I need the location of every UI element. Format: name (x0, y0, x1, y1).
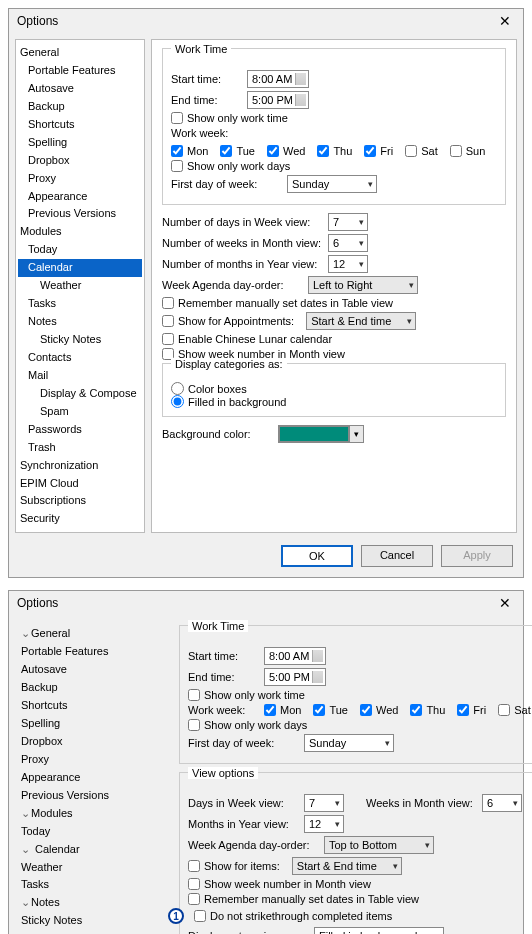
tree-autosave[interactable]: Autosave (18, 80, 142, 98)
first-day-select[interactable]: Sunday (304, 734, 394, 752)
weeks-month-label: Weeks in Month view: (366, 797, 476, 809)
tree-portable[interactable]: Portable Features (17, 643, 163, 661)
day-mon[interactable]: Mon (264, 704, 301, 716)
tree-today[interactable]: Today (17, 823, 163, 841)
tree-calendar[interactable]: Calendar (18, 259, 142, 277)
nav-tree[interactable]: ⌄General Portable Features Autosave Back… (15, 621, 165, 934)
months-year-select[interactable]: 12 (328, 255, 368, 273)
day-thu[interactable]: Thu (317, 145, 352, 157)
day-sun[interactable]: Sun (450, 145, 486, 157)
tree-notes[interactable]: ⌄Notes (17, 894, 163, 912)
radio-color-boxes[interactable]: Color boxes (171, 382, 497, 395)
weeknum-checkbox[interactable]: Show week number in Month view (188, 878, 371, 890)
tree-proxy[interactable]: Proxy (18, 170, 142, 188)
nav-tree[interactable]: General Portable Features Autosave Backu… (15, 39, 145, 533)
day-tue[interactable]: Tue (313, 704, 348, 716)
day-wed[interactable]: Wed (360, 704, 398, 716)
end-time-spinner[interactable]: 5:00 PM (264, 668, 326, 686)
cancel-button[interactable]: Cancel (361, 545, 433, 567)
tree-spelling[interactable]: Spelling (18, 134, 142, 152)
day-sat[interactable]: Sat (498, 704, 531, 716)
tree-tasks[interactable]: Tasks (17, 876, 163, 894)
tree-weather[interactable]: Weather (17, 859, 163, 877)
tree-backup[interactable]: Backup (18, 98, 142, 116)
tree-portable[interactable]: Portable Features (18, 62, 142, 80)
tree-spelling[interactable]: Spelling (17, 715, 163, 733)
remember-checkbox[interactable]: Remember manually set dates in Table vie… (162, 297, 393, 309)
tree-general[interactable]: ⌄General (17, 625, 163, 643)
tree-shortcuts[interactable]: Shortcuts (18, 116, 142, 134)
tree-contacts[interactable]: Contacts (17, 930, 163, 934)
tree-previous[interactable]: Previous Versions (17, 787, 163, 805)
first-day-select[interactable]: Sunday (287, 175, 377, 193)
weeks-month-select[interactable]: 6 (328, 234, 368, 252)
day-mon[interactable]: Mon (171, 145, 208, 157)
tree-tasks[interactable]: Tasks (18, 295, 142, 313)
agenda-select[interactable]: Left to Right (308, 276, 418, 294)
show-only-work-days-checkbox[interactable]: Show only work days (188, 719, 307, 731)
strike-checkbox[interactable]: Do not strikethrough completed items (194, 910, 392, 922)
bgcolor-picker[interactable]: ▾ (278, 425, 364, 443)
tree-weather[interactable]: Weather (18, 277, 142, 295)
show-items-select[interactable]: Start & End time (292, 857, 402, 875)
tree-display-compose[interactable]: Display & Compose (18, 385, 142, 403)
remember-checkbox[interactable]: Remember manually set dates in Table vie… (188, 893, 419, 905)
tree-subs[interactable]: Subscriptions (18, 492, 142, 510)
tree-general[interactable]: General (18, 44, 142, 62)
start-time-spinner[interactable]: 8:00 AM (264, 647, 326, 665)
worktime-group: Work Time Start time:8:00 AM End time:5:… (179, 625, 532, 764)
tree-spam[interactable]: Spam (18, 403, 142, 421)
display-cat-select[interactable]: Filled in background (314, 927, 444, 934)
color-swatch-icon (279, 426, 349, 442)
tree-sticky[interactable]: Sticky Notes (17, 912, 163, 930)
close-icon[interactable]: ✕ (495, 595, 515, 611)
tree-epim[interactable]: EPIM Cloud (18, 475, 142, 493)
tree-sticky[interactable]: Sticky Notes (18, 331, 142, 349)
months-year-select[interactable]: 12 (304, 815, 344, 833)
tree-dropbox[interactable]: Dropbox (17, 733, 163, 751)
tree-previous[interactable]: Previous Versions (18, 205, 142, 223)
tree-contacts[interactable]: Contacts (18, 349, 142, 367)
tree-modules[interactable]: Modules (18, 223, 142, 241)
tree-appearance[interactable]: Appearance (17, 769, 163, 787)
agenda-select[interactable]: Top to Bottom (324, 836, 434, 854)
tree-shortcuts[interactable]: Shortcuts (17, 697, 163, 715)
day-wed[interactable]: Wed (267, 145, 305, 157)
lunar-checkbox[interactable]: Enable Chinese Lunar calendar (162, 333, 332, 345)
day-thu[interactable]: Thu (410, 704, 445, 716)
show-only-work-time-checkbox[interactable]: Show only work time (171, 112, 288, 124)
tree-appearance[interactable]: Appearance (18, 188, 142, 206)
tree-passwords[interactable]: Passwords (18, 421, 142, 439)
apply-button[interactable]: Apply (441, 545, 513, 567)
day-tue[interactable]: Tue (220, 145, 255, 157)
weeks-month-select[interactable]: 6 (482, 794, 522, 812)
close-icon[interactable]: ✕ (495, 13, 515, 29)
day-fri[interactable]: Fri (364, 145, 393, 157)
show-appt-checkbox[interactable]: Show for Appointments: (162, 315, 294, 327)
tree-notes[interactable]: Notes (18, 313, 142, 331)
days-week-select[interactable]: 7 (304, 794, 344, 812)
show-only-work-time-checkbox[interactable]: Show only work time (188, 689, 305, 701)
start-time-spinner[interactable]: 8:00 AM (247, 70, 309, 88)
display-cat-title: Display categories as: (171, 358, 287, 370)
tree-today[interactable]: Today (18, 241, 142, 259)
tree-sync[interactable]: Synchronization (18, 457, 142, 475)
radio-filled[interactable]: Filled in background (171, 395, 497, 408)
tree-trash[interactable]: Trash (18, 439, 142, 457)
end-time-spinner[interactable]: 5:00 PM (247, 91, 309, 109)
show-items-checkbox[interactable]: Show for items: (188, 860, 280, 872)
days-week-select[interactable]: 7 (328, 213, 368, 231)
ok-button[interactable]: OK (281, 545, 353, 567)
tree-security[interactable]: Security (18, 510, 142, 528)
tree-modules[interactable]: ⌄Modules (17, 805, 163, 823)
day-sat[interactable]: Sat (405, 145, 438, 157)
show-appt-select[interactable]: Start & End time (306, 312, 416, 330)
tree-dropbox[interactable]: Dropbox (18, 152, 142, 170)
day-fri[interactable]: Fri (457, 704, 486, 716)
tree-autosave[interactable]: Autosave (17, 661, 163, 679)
tree-mail[interactable]: Mail (18, 367, 142, 385)
tree-calendar[interactable]: ⌄Calendar (17, 841, 163, 859)
show-only-work-days-checkbox[interactable]: Show only work days (171, 160, 290, 172)
tree-proxy[interactable]: Proxy (17, 751, 163, 769)
tree-backup[interactable]: Backup (17, 679, 163, 697)
